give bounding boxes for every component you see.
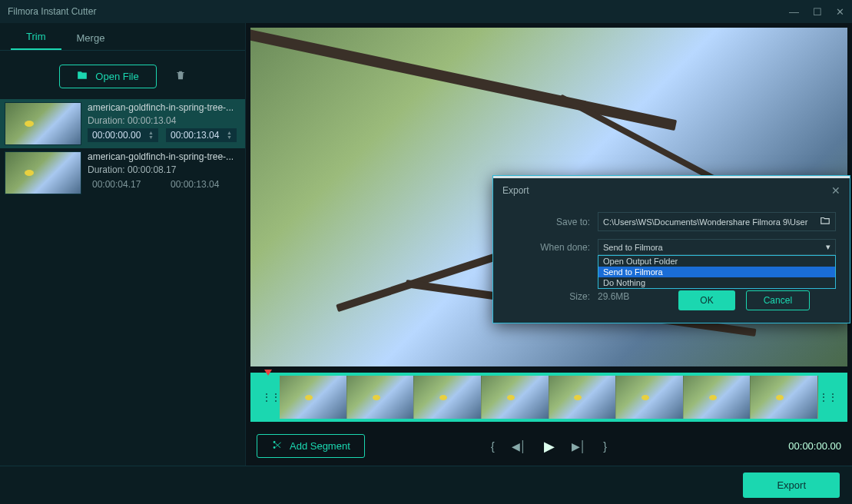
clip-duration: Duration: 00:00:13.04 — [88, 115, 240, 126]
open-file-row: Open File — [0, 51, 245, 99]
timeline[interactable]: ⋮⋮ ⋮⋮ — [250, 373, 847, 422]
add-segment-label: Add Segment — [290, 440, 350, 452]
export-dialog: Export ✕ Save to: C:\Users\WS\Documents\… — [492, 175, 850, 323]
clip-start-readout: 00:00:04.17 — [88, 177, 158, 191]
clip-item[interactable]: american-goldfinch-in-spring-tree-... Du… — [0, 148, 245, 197]
when-done-row: When done: Send to Filmora ▾ Open Output… — [507, 239, 836, 255]
clip-info: american-goldfinch-in-spring-tree-... Du… — [88, 151, 240, 194]
dialog-body: Save to: C:\Users\WS\Documents\Wondersha… — [493, 203, 850, 323]
folder-icon — [77, 70, 88, 83]
playhead-time: 00:00:00.00 — [788, 440, 841, 452]
main-panel: Export ✕ Save to: C:\Users\WS\Documents\… — [246, 23, 852, 466]
timeline-container: ⋮⋮ ⋮⋮ — [250, 373, 847, 422]
save-to-label: Save to: — [507, 217, 590, 227]
dropdown-option[interactable]: Do Nothing — [598, 277, 835, 288]
timeline-frames[interactable] — [280, 376, 818, 419]
dialog-title: Export — [502, 185, 831, 196]
clip-end-input[interactable]: 00:00:13.04 ▲▼ — [166, 128, 237, 142]
ok-button[interactable]: OK — [678, 290, 734, 310]
when-done-label: When done: — [507, 242, 590, 253]
stepper-icon[interactable]: ▲▼ — [227, 131, 232, 140]
cancel-button[interactable]: Cancel — [746, 290, 810, 310]
chevron-down-icon: ▾ — [826, 242, 830, 252]
clip-time-row: 00:00:04.17 00:00:13.04 — [88, 177, 240, 191]
dropdown-option[interactable]: Send to Filmora — [598, 267, 835, 277]
playhead-marker[interactable] — [264, 370, 272, 376]
play-button[interactable]: ▶ — [544, 438, 555, 455]
clip-name: american-goldfinch-in-spring-tree-... — [88, 151, 240, 162]
close-button[interactable]: ✕ — [836, 6, 844, 18]
size-label: Size: — [507, 291, 590, 302]
stepper-icon[interactable]: ▲▼ — [148, 131, 154, 140]
add-segment-button[interactable]: Add Segment — [257, 434, 365, 458]
when-done-select[interactable]: Send to Filmora ▾ Open Output Folder Sen… — [598, 239, 836, 255]
browse-folder-icon[interactable] — [820, 215, 830, 228]
tab-trim[interactable]: Trim — [11, 25, 61, 50]
clip-start-input[interactable]: 00:00:00.00 ▲▼ — [88, 128, 158, 142]
export-button[interactable]: Export — [743, 472, 840, 498]
transport-controls: { ◀│ ▶ ▶│ } — [491, 438, 607, 455]
open-file-button[interactable]: Open File — [59, 65, 156, 88]
open-file-label: Open File — [95, 71, 138, 82]
tab-merge[interactable]: Merge — [61, 26, 121, 50]
minimize-button[interactable]: — — [789, 6, 799, 18]
trim-handle-right[interactable]: ⋮⋮ — [818, 391, 837, 403]
mark-in-button[interactable]: { — [491, 440, 495, 453]
clip-info: american-goldfinch-in-spring-tree-... Du… — [88, 102, 240, 145]
when-done-dropdown: Open Output Folder Send to Filmora Do No… — [598, 255, 836, 289]
clip-item[interactable]: american-goldfinch-in-spring-tree-... Du… — [0, 99, 245, 148]
clip-duration: Duration: 00:00:08.17 — [88, 164, 240, 175]
titlebar: Filmora Instant Cutter — ☐ ✕ — [0, 0, 852, 23]
sidebar: Trim Merge Open File american-goldfinch-… — [0, 23, 246, 466]
window-title: Filmora Instant Cutter — [8, 6, 789, 17]
dropdown-option[interactable]: Open Output Folder — [598, 256, 835, 267]
clip-thumbnail — [5, 102, 81, 145]
clip-time-row: 00:00:00.00 ▲▼ 00:00:13.04 ▲▼ — [88, 128, 240, 142]
save-to-row: Save to: C:\Users\WS\Documents\Wondersha… — [507, 212, 836, 231]
trim-handle-left[interactable]: ⋮⋮ — [261, 391, 280, 403]
maximize-button[interactable]: ☐ — [813, 6, 822, 18]
window-controls: — ☐ ✕ — [789, 6, 844, 18]
step-back-button[interactable]: ◀│ — [512, 440, 527, 453]
clip-end-readout: 00:00:13.04 — [166, 177, 237, 191]
footer: Export — [0, 466, 852, 504]
step-forward-button[interactable]: ▶│ — [572, 440, 587, 453]
clip-name: american-goldfinch-in-spring-tree-... — [88, 102, 240, 113]
size-value: 29.6MB — [598, 291, 629, 302]
playback-controls: Add Segment { ◀│ ▶ ▶│ } 00:00:00.00 — [246, 426, 852, 466]
mode-tabs: Trim Merge — [0, 23, 245, 51]
content: Trim Merge Open File american-goldfinch-… — [0, 23, 852, 466]
scissors-icon — [271, 439, 282, 453]
delete-button[interactable] — [175, 70, 186, 83]
dialog-close-button[interactable]: ✕ — [831, 184, 840, 197]
mark-out-button[interactable]: } — [603, 440, 607, 453]
save-to-path-field[interactable]: C:\Users\WS\Documents\Wondershare Filmor… — [598, 212, 836, 231]
dialog-header: Export ✕ — [493, 178, 850, 203]
clip-thumbnail — [5, 151, 81, 194]
dialog-buttons: OK Cancel — [678, 290, 810, 310]
